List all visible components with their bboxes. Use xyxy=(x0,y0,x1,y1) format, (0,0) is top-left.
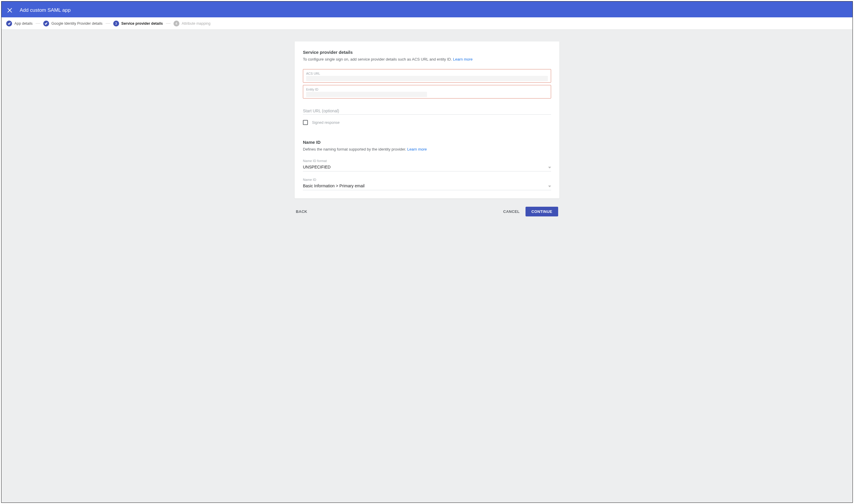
section-desc-sp: To configure single sign on, add service… xyxy=(303,57,551,61)
entity-id-label: Entity ID xyxy=(306,88,548,91)
back-button[interactable]: BACK xyxy=(296,209,307,214)
step-app-details[interactable]: App details xyxy=(6,21,33,26)
step-label: Google Identity Provider details xyxy=(52,21,103,25)
acs-url-value xyxy=(306,76,548,81)
action-row: BACK CANCEL CONTINUE xyxy=(295,198,559,221)
step-number: 4 xyxy=(174,21,179,26)
section-desc-nameid: Defines the naming format supported by t… xyxy=(303,147,551,151)
sp-details-card: Service provider details To configure si… xyxy=(295,41,559,198)
step-separator xyxy=(106,23,110,23)
step-number: 3 xyxy=(113,21,119,26)
learn-more-link-nameid[interactable]: Learn more xyxy=(407,147,427,151)
step-sp-details[interactable]: 3 Service provider details xyxy=(113,21,163,26)
entity-id-value xyxy=(306,92,427,97)
cancel-button[interactable]: CANCEL xyxy=(503,209,520,214)
step-label: Attribute mapping xyxy=(182,21,211,25)
step-idp-details[interactable]: Google Identity Provider details xyxy=(43,21,103,26)
section-title-sp: Service provider details xyxy=(303,50,551,55)
chevron-down-icon xyxy=(548,183,551,188)
step-attribute-mapping: 4 Attribute mapping xyxy=(174,21,211,26)
step-separator xyxy=(36,23,40,23)
entity-id-field[interactable]: Entity ID xyxy=(303,85,551,98)
step-label: Service provider details xyxy=(122,21,163,25)
nameid-format-select[interactable]: UNSPECIFIED xyxy=(303,163,551,172)
nameid-field-value: Basic Information > Primary email xyxy=(303,183,365,188)
nameid-field-select[interactable]: Basic Information > Primary email xyxy=(303,182,551,190)
check-icon xyxy=(43,21,49,26)
nameid-field-label: Name ID xyxy=(303,178,551,181)
svg-marker-2 xyxy=(548,167,551,168)
section-title-nameid: Name ID xyxy=(303,140,551,145)
continue-button[interactable]: CONTINUE xyxy=(526,207,558,216)
chevron-down-icon xyxy=(548,165,551,169)
signed-response-checkbox[interactable] xyxy=(303,120,308,125)
learn-more-link[interactable]: Learn more xyxy=(453,57,472,61)
step-label: App details xyxy=(14,21,33,25)
svg-marker-3 xyxy=(548,185,551,187)
close-button[interactable] xyxy=(5,6,14,14)
step-separator xyxy=(166,23,170,23)
acs-url-label: ACS URL xyxy=(306,72,548,75)
check-icon xyxy=(6,21,12,26)
signed-response-label: Signed response xyxy=(312,121,340,125)
close-icon xyxy=(7,8,12,13)
acs-url-field[interactable]: ACS URL xyxy=(303,69,551,83)
nameid-format-label: Name ID format xyxy=(303,159,551,163)
dialog-title: Add custom SAML app xyxy=(20,7,71,13)
stepper: App details Google Identity Provider det… xyxy=(1,17,853,30)
start-url-input[interactable]: Start URL (optional) xyxy=(303,108,551,115)
nameid-format-value: UNSPECIFIED xyxy=(303,165,330,169)
